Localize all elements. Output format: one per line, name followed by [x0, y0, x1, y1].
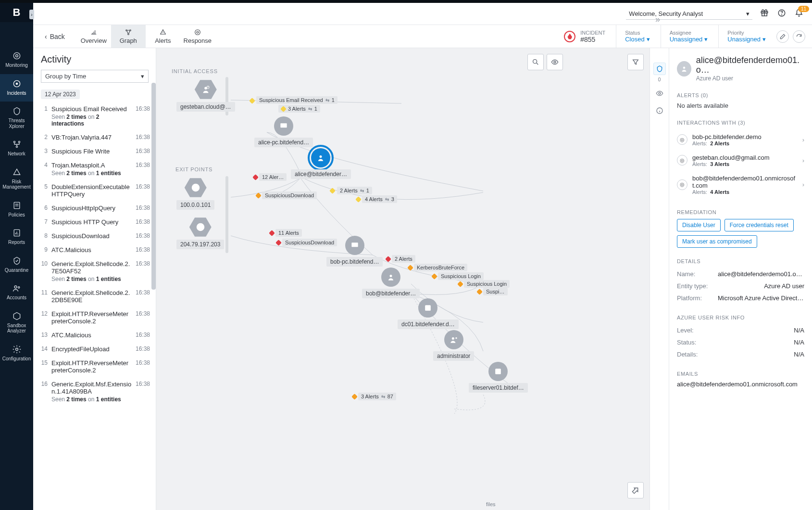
graph-node-dc01[interactable]: dc01.bitdefender.d…	[398, 298, 459, 329]
remediation-button[interactable]: Mark user as compromised	[677, 235, 757, 248]
nav-monitoring[interactable]: Monitoring	[0, 46, 33, 74]
nav-risk-management[interactable]: Risk Management	[0, 163, 33, 196]
graph-node-bob[interactable]: bob@bitdefender…	[362, 268, 420, 298]
graph-tag[interactable]: Suspi…	[483, 288, 508, 295]
graph-node-fileserver[interactable]: fileserver01.bitdef…	[469, 362, 528, 393]
risk-header: AZURE USER RISK INFO	[677, 315, 804, 320]
svg-rect-28	[280, 123, 287, 128]
graph-tag[interactable]: 3 Alerts⇆1	[278, 105, 320, 113]
gift-icon[interactable]	[760, 9, 769, 19]
chevron-down-icon: ▾	[141, 73, 144, 80]
expand-sidebar-icon[interactable]: ›	[29, 10, 34, 19]
tab-alerts[interactable]: Alerts	[146, 25, 180, 48]
graph-tag[interactable]: SuspiciousDownload	[282, 239, 337, 246]
activity-item[interactable]: 2VB:Trojan.Valyria.44716:38	[41, 130, 152, 144]
tab-graph[interactable]: Graph	[111, 25, 146, 48]
nav-sandbox-analyzer[interactable]: Sandbox Analyzer	[0, 306, 33, 340]
graph-node-alice[interactable]: alice@bitdefender…	[291, 148, 351, 179]
zone-bar	[225, 176, 228, 253]
nav-threats-xplorer[interactable]: Threats Xplorer	[0, 102, 33, 135]
activity-item[interactable]: 7Suspicious HTTP Query16:38	[41, 215, 152, 229]
back-button[interactable]: ‹Back	[40, 25, 70, 48]
strip-eye-icon[interactable]	[653, 87, 666, 100]
brand-logo: B	[0, 3, 33, 22]
interaction-row[interactable]: ◎bob@bitdefenderdemo01.onmicrosoft.comAl…	[677, 171, 804, 199]
graph-canvas[interactable]: INITIAL ACCESS EXIT POINTS ? gesteban.cl…	[156, 48, 650, 510]
tab-response[interactable]: Response	[180, 25, 215, 48]
activity-item[interactable]: 16Generic.Exploit.Msf.Extension.1.41A809…	[41, 377, 152, 406]
nav-accounts[interactable]: Accounts	[0, 279, 33, 306]
graph-node-ip2[interactable]: 204.79.197.203	[176, 217, 224, 249]
graph-tag[interactable]: 4 Alerts⇆3	[362, 195, 397, 203]
graph-tag[interactable]: Suspicious Login	[438, 272, 484, 280]
svg-point-19	[197, 31, 199, 33]
svg-rect-30	[351, 242, 358, 247]
graph-tag[interactable]: Suspicious Login	[464, 280, 510, 288]
graph-tag[interactable]: 2 Alerts	[392, 255, 415, 263]
svg-point-4	[13, 141, 15, 142]
activity-item[interactable]: 12Exploit.HTTP.ReverseMeterpreterConsole…	[41, 307, 152, 328]
svg-point-18	[127, 34, 129, 35]
group-by-select[interactable]: Group by Time▾	[41, 70, 149, 83]
interaction-row[interactable]: ◎gesteban.cloud@gmail.comAlerts: 3 Alert…	[677, 150, 804, 171]
activity-item[interactable]: 3Suspicious File Write16:38	[41, 144, 152, 158]
refresh-icon[interactable]	[793, 30, 805, 43]
activity-item[interactable]: 4Trojan.Metasploit.ASeen 2 times on 1 en…	[41, 158, 152, 180]
graph-tag[interactable]: 3 Alerts⇆87	[358, 393, 396, 400]
graph-node-admin[interactable]: administrator	[433, 330, 474, 361]
chevron-right-icon: ›	[802, 136, 804, 143]
svg-point-11	[15, 348, 18, 350]
assignee-dropdown[interactable]: AssigneeUnassigned ▾	[661, 25, 708, 48]
user-dropdown[interactable]: Welcome, Security Analyst▾	[626, 8, 752, 20]
graph-tag[interactable]: 2 Alerts⇆1	[337, 187, 372, 194]
status-dropdown[interactable]: StatusClosed ▾	[616, 25, 650, 48]
help-icon[interactable]	[777, 9, 786, 19]
svg-point-9	[14, 286, 17, 288]
chevron-right-icon: ›	[802, 157, 804, 164]
tab-overview[interactable]: Overview	[76, 25, 111, 48]
nav-network[interactable]: Network	[0, 135, 33, 163]
graph-node-files-label: files	[483, 500, 499, 508]
graph-tag[interactable]: SuspiciousDownload	[262, 191, 317, 199]
activity-item[interactable]: 9ATC.Malicious16:38	[41, 243, 152, 257]
fire-icon	[564, 31, 575, 42]
activity-title: Activity	[41, 54, 156, 65]
strip-info-icon[interactable]	[653, 104, 666, 117]
graph-tag[interactable]: 11 Alerts	[275, 229, 302, 237]
nav-policies[interactable]: Policies	[0, 196, 33, 224]
remediation-header: REMEDIATION	[677, 209, 804, 215]
activity-item[interactable]: 1Suspicious Email ReceivedSeen 2 times o…	[41, 102, 152, 130]
priority-dropdown[interactable]: PriorityUnassigned ▾	[718, 25, 766, 48]
activity-panel: Activity Group by Time▾ 12 Apr 2023 1Sus…	[33, 48, 156, 510]
strip-shield-icon[interactable]	[653, 63, 666, 75]
graph-node-ip1[interactable]: 100.0.0.101	[176, 177, 214, 210]
activity-item[interactable]: 15Exploit.HTTP.ReverseMeterpreterConsole…	[41, 356, 152, 377]
activity-item[interactable]: 6SuspiciousHttpIpQuery16:38	[41, 201, 152, 215]
remediation-button[interactable]: Force credentials reset	[725, 219, 794, 231]
entity-icon: ◎	[677, 155, 687, 166]
nav-configuration[interactable]: Configuration	[0, 340, 33, 368]
activity-item[interactable]: 13ATC.Malicious16:38	[41, 328, 152, 342]
activity-item[interactable]: 11Generic.Exploit.Shellcode.2.2DB5E90E16…	[41, 286, 152, 307]
graph-tag[interactable]: 12 Aler…	[259, 173, 287, 181]
entity-icon: ◎	[677, 134, 687, 145]
notifications-icon[interactable]: 11	[795, 9, 803, 19]
remediation-button[interactable]: Disable User	[677, 219, 721, 231]
activity-item[interactable]: 14EncryptedFileUpload16:38	[41, 342, 152, 356]
graph-node-alice-pc[interactable]: alice-pc.bitdefend…	[254, 116, 313, 147]
activity-item[interactable]: 10Generic.Exploit.Shellcode.2.7E50AF52Se…	[41, 257, 152, 286]
alerts-empty-text: No alerts available	[677, 102, 804, 109]
interaction-row[interactable]: ◎bob-pc.bitdefender.demoAlerts: 2 Alerts…	[677, 129, 804, 150]
activity-item[interactable]: 8SuspiciousDownload16:38	[41, 229, 152, 243]
graph-tag[interactable]: KerberosBruteForce	[414, 264, 467, 271]
svg-point-36	[659, 92, 661, 94]
activity-list[interactable]: 12 Apr 2023 1Suspicious Email ReceivedSe…	[41, 83, 156, 510]
nav-quarantine[interactable]: Quarantine	[0, 251, 33, 279]
nav-reports[interactable]: Reports	[0, 223, 33, 251]
nav-incidents[interactable]: Incidents	[0, 74, 33, 102]
edit-icon[interactable]	[776, 30, 789, 43]
incident-tab-bar: ‹Back Overview Graph Alerts Response INC…	[33, 25, 812, 48]
activity-item[interactable]: 5DoubleExtensionExecutableHTTPQuery16:38	[41, 180, 152, 201]
graph-node-gesteban[interactable]: ? gesteban.cloud@…	[176, 79, 235, 112]
graph-tag[interactable]: Suspicious Email Received⇆1	[256, 96, 337, 104]
